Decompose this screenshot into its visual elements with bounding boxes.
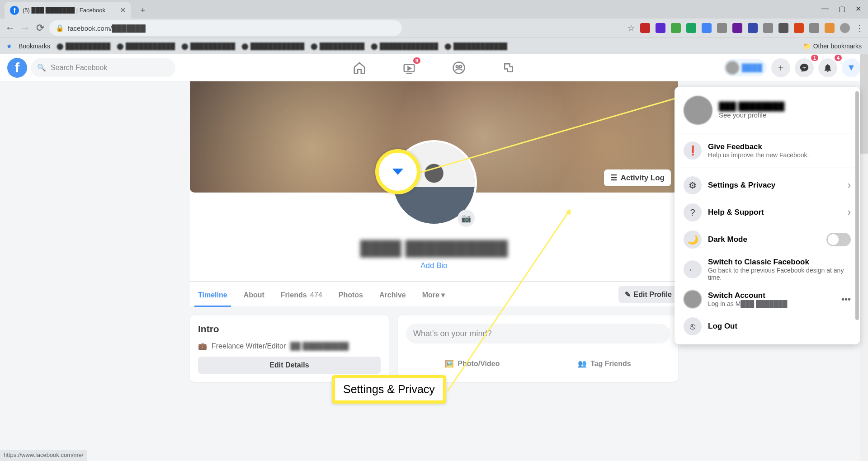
svg-point-2 [456, 66, 458, 68]
post-input[interactable]: What's on your mind? [406, 324, 670, 343]
dropdown-classic-facebook[interactable]: ← Switch to Classic FacebookGo back to t… [679, 253, 855, 286]
bookmark-item[interactable]: ⬤ ██████████ [57, 42, 110, 50]
create-button[interactable]: ＋ [771, 58, 790, 77]
close-tab-icon[interactable]: ✕ [120, 6, 126, 14]
extension-icon[interactable] [640, 23, 650, 33]
status-bar: https://www.facebook.com/me/ [0, 450, 87, 461]
avatar [684, 96, 712, 125]
dropdown-settings-privacy[interactable]: ⚙ Settings & Privacy › [679, 172, 855, 199]
bookmark-item[interactable]: ⬤ ███████████ [117, 42, 175, 50]
dropdown-feedback[interactable]: ❗ Give FeedbackHelp us improve the new F… [679, 137, 855, 164]
intro-card: Intro 💼 Freelance Writer/Editor ██ █████… [190, 315, 389, 382]
bookmark-star-icon: ★ [6, 42, 12, 50]
tab-more[interactable]: More ▾ [414, 282, 453, 306]
dropdown-switch-account[interactable]: Switch AccountLog in as M███ ███████ ••• [679, 286, 855, 313]
briefcase-icon: 💼 [198, 342, 207, 350]
dropdown-profile[interactable]: ███ ████████ See your profile [679, 91, 855, 129]
profile-name: ████ ██████████ [190, 240, 678, 257]
tab-timeline[interactable]: Timeline [190, 283, 236, 306]
logout-icon: ⎋ [684, 317, 702, 335]
profile-chip[interactable]: ████ [724, 59, 767, 76]
extension-icon[interactable] [794, 23, 804, 33]
bookmarks-label[interactable]: Bookmarks [19, 42, 50, 50]
window-minimize[interactable]: — [821, 5, 829, 13]
browser-tab[interactable]: f (5) ███ ███████ | Facebook ✕ [5, 2, 131, 19]
extension-icon[interactable] [732, 23, 742, 33]
extension-icon[interactable] [702, 23, 712, 33]
extension-icon[interactable] [748, 23, 758, 33]
watch-badge: 9 [413, 57, 420, 64]
search-input[interactable]: 🔍 Search Facebook [31, 58, 175, 77]
lock-icon: 🔒 [56, 24, 64, 32]
dark-mode-toggle[interactable] [826, 233, 851, 246]
bookmark-item[interactable]: ⬤ ██████████ [181, 42, 235, 50]
star-icon[interactable]: ☆ [627, 23, 635, 33]
other-bookmarks[interactable]: 📁 Other bookmarks [803, 42, 862, 50]
dropdown-help-support[interactable]: ? Help & Support › [679, 199, 855, 226]
profile-avatar-icon[interactable] [840, 23, 850, 33]
extension-icon[interactable] [717, 23, 727, 33]
tab-photos[interactable]: Photos [330, 283, 371, 306]
extension-icon[interactable] [656, 23, 665, 33]
watch-icon[interactable]: 9 [402, 61, 416, 75]
bookmark-item[interactable]: ⬤ ████████████ [241, 42, 304, 50]
edit-details-button[interactable]: Edit Details [198, 357, 381, 374]
tag-friends-button[interactable]: 👥Tag Friends [571, 356, 637, 372]
messenger-button[interactable]: 1 [795, 58, 814, 77]
add-bio-link[interactable]: Add Bio [190, 261, 678, 270]
extension-icon[interactable] [809, 23, 819, 33]
tab-friends[interactable]: Friends 474 [273, 283, 330, 306]
gaming-icon[interactable] [502, 61, 515, 75]
photo-video-button[interactable]: 🖼️Photo/Video [439, 356, 506, 372]
bookmark-item[interactable]: ⬤ ████████████ [444, 42, 507, 50]
profile-tabs: Timeline About Friends 474 Photos Archiv… [190, 281, 678, 306]
forward-button[interactable]: → [19, 23, 31, 34]
tab-about[interactable]: About [236, 283, 273, 306]
help-icon: ? [684, 203, 702, 221]
tab-strip: f (5) ███ ███████ | Facebook ✕ + [0, 0, 868, 19]
avatar [726, 61, 739, 75]
facebook-logo[interactable]: f [7, 58, 27, 78]
search-icon: 🔍 [37, 63, 46, 72]
extension-icon[interactable] [763, 23, 773, 33]
avatar [684, 290, 702, 308]
bookmark-item[interactable]: ⬤ ██████████ [311, 42, 364, 50]
groups-icon[interactable] [452, 61, 466, 75]
back-button[interactable]: ← [5, 23, 16, 34]
edit-profile-button[interactable]: ✎ Edit Profile [618, 286, 678, 303]
chrome-menu-icon[interactable]: ⋮ [855, 23, 863, 33]
bookmark-item[interactable]: ⬤ █████████████ [371, 42, 438, 50]
dropdown-logout[interactable]: ⎋ Log Out [679, 313, 855, 340]
account-menu-button[interactable]: ▼ [842, 58, 861, 77]
intro-heading: Intro [198, 324, 381, 334]
separator [679, 133, 855, 133]
activity-log-button[interactable]: ☰ Activity Log [604, 169, 671, 186]
tab-archive[interactable]: Archive [371, 283, 414, 306]
account-dropdown: ███ ████████ See your profile ❗ Give Fee… [675, 87, 860, 344]
page-scrollbar[interactable] [860, 54, 868, 461]
home-icon[interactable] [353, 61, 366, 75]
extension-icon[interactable] [778, 23, 788, 33]
window-close[interactable]: ✕ [855, 5, 861, 13]
new-tab-button[interactable]: + [137, 4, 149, 17]
dropdown-profile-name: ███ ████████ [719, 102, 784, 111]
window-maximize[interactable]: ▢ [839, 5, 845, 13]
reload-button[interactable]: ⟳ [34, 23, 46, 34]
extension-icon[interactable] [825, 23, 835, 33]
extension-icon[interactable] [671, 23, 681, 33]
notifications-button[interactable]: 4 [818, 58, 837, 77]
messenger-badge: 1 [811, 55, 818, 61]
more-icon[interactable]: ••• [841, 294, 851, 305]
address-bar[interactable]: 🔒 facebook.com/███████ [49, 20, 402, 36]
content-row: Intro 💼 Freelance Writer/Editor ██ █████… [190, 315, 678, 382]
list-icon: ☰ [610, 173, 617, 183]
extension-icon[interactable] [686, 23, 696, 33]
separator [679, 168, 855, 168]
update-photo-button[interactable]: 📷 [458, 210, 475, 227]
url-text: facebook.com/███████ [68, 24, 146, 32]
dropdown-scrollbar[interactable] [855, 91, 859, 340]
intro-job: 💼 Freelance Writer/Editor ██ █████████ [198, 342, 381, 350]
dropdown-dark-mode[interactable]: 🌙 Dark Mode [679, 226, 855, 253]
search-placeholder: Search Facebook [51, 64, 107, 72]
chevron-right-icon: › [848, 179, 851, 191]
